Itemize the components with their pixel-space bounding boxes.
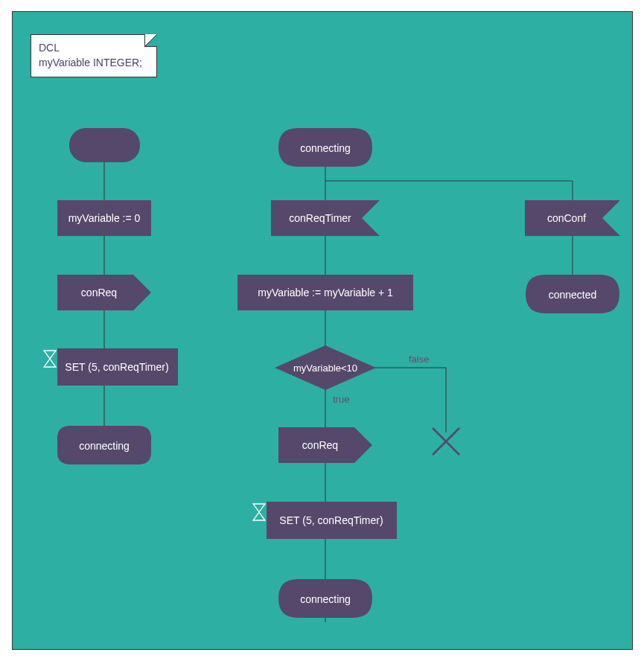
state-col3-text: connected [549,289,597,301]
col2-connectors [13,12,632,649]
recv-col2: conReqTimer [271,200,380,236]
state-col2-top: connecting [278,128,372,167]
svg-marker-22 [253,512,265,520]
svg-marker-21 [253,504,265,512]
decision-text: myVariable<10 [293,363,357,374]
set-col2: SET (5, conReqTimer) [253,502,397,539]
assign-col2: myVariable := myVariable + 1 [237,275,413,310]
true-label: true [333,394,349,405]
decision: myVariable<10 [275,345,376,390]
recv-col3-text: conConf [547,212,586,224]
state-col2-top-text: connecting [300,142,351,154]
recv-col2-text: conReqTimer [289,212,351,224]
send-col2: conReq [278,427,372,463]
state-col2-bottom: connecting [278,579,372,618]
false-label: false [409,354,429,365]
termination-x [430,425,462,458]
set-col2-text: SET (5, conReqTimer) [279,514,383,526]
canvas: DCL myVariable INTEGER; myVariable := 0 … [0,0,644,661]
recv-col3: conConf [525,200,620,236]
state-col2-bottom-text: connecting [300,593,351,605]
state-col3: connected [526,275,619,313]
diagram-frame: DCL myVariable INTEGER; myVariable := 0 … [12,11,633,650]
assign-col2-text: myVariable := myVariable + 1 [258,287,393,298]
send-col2-text: conReq [302,439,338,451]
